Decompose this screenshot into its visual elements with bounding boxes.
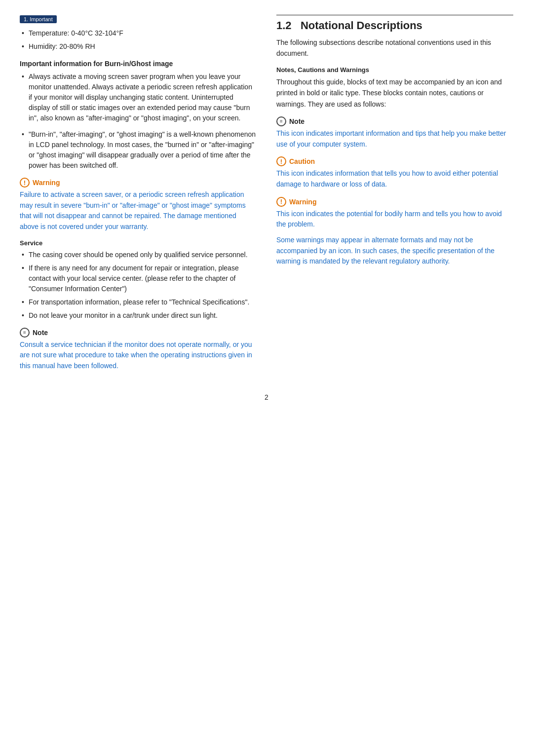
caution-box-right: ! Caution This icon indicates informatio… — [276, 156, 513, 189]
note-text-1: Consult a service technician if the moni… — [20, 340, 257, 372]
important-tag: 1. Important — [20, 15, 57, 23]
temperature-item: Temperature: 0-40°C 32-104°F — [20, 28, 257, 38]
burn-bullets: Always activate a moving screen saver pr… — [20, 72, 257, 171]
warning-box-right: ! Warning This icon indicates the potent… — [276, 197, 513, 267]
service-list: The casing cover should be opened only b… — [20, 250, 257, 321]
note-box-1: Note Consult a service technician if the… — [20, 328, 257, 372]
warning-text-1: Failure to activate a screen saver, or a… — [20, 189, 257, 232]
section-number: 1.2 — [276, 19, 292, 32]
section-divider — [276, 15, 513, 15]
notes-cautions-heading: Notes, Cautions and Warnings — [276, 66, 513, 74]
section-title: 1.2 Notational Descriptions — [276, 19, 513, 32]
service-heading: Service — [20, 239, 257, 247]
burn-bullet-1: Always activate a moving screen saver pr… — [20, 72, 257, 123]
section-title-text: Notational Descriptions — [301, 19, 422, 32]
note-icon-right — [276, 116, 286, 126]
page-number: 2 — [20, 393, 513, 401]
caution-icon-right: ! — [276, 156, 286, 166]
right-column: 1.2 Notational Descriptions The followin… — [276, 15, 513, 378]
left-column: 1. Important Temperature: 0-40°C 32-104°… — [20, 15, 257, 378]
note-label-1: Note — [33, 329, 48, 337]
caution-title-right: ! Caution — [276, 156, 513, 166]
note-icon-1 — [20, 328, 30, 338]
caution-text-right: This icon indicates information that tel… — [276, 168, 513, 189]
section-intro: The following subsections describe notat… — [276, 37, 513, 59]
service-item-3: For transportation information, please r… — [20, 297, 257, 307]
note-text-right: This icon indicates important informatio… — [276, 128, 513, 150]
warning-title-right: ! Warning — [276, 197, 513, 207]
warning-label-right: Warning — [289, 198, 316, 206]
note-box-right: Note This icon indicates important infor… — [276, 116, 513, 150]
burn-bullet-2: "Burn-in", "after-imaging", or "ghost im… — [20, 129, 257, 171]
warning-box-1: ! Warning Failure to activate a screen s… — [20, 178, 257, 232]
temp-humidity-list: Temperature: 0-40°C 32-104°F Humidity: 2… — [20, 28, 257, 52]
service-item-1: The casing cover should be opened only b… — [20, 250, 257, 260]
warning-text-right-2: Some warnings may appear in alternate fo… — [276, 235, 513, 267]
humidity-item: Humidity: 20-80% RH — [20, 41, 257, 52]
caution-label-right: Caution — [289, 157, 315, 165]
warning-icon-1: ! — [20, 178, 30, 188]
warning-label-1: Warning — [33, 179, 60, 187]
burn-heading: Important information for Burn-in/Ghost … — [20, 60, 257, 68]
note-title-1: Note — [20, 328, 257, 338]
warning-text-right-1: This icon indicates the potential for bo… — [276, 209, 513, 230]
note-title-right: Note — [276, 116, 513, 126]
notes-intro: Throughout this guide, blocks of text ma… — [276, 76, 513, 110]
service-item-2: If there is any need for any document fo… — [20, 263, 257, 294]
warning-title-1: ! Warning — [20, 178, 257, 188]
note-label-right: Note — [289, 117, 305, 125]
warning-icon-right: ! — [276, 197, 286, 207]
service-item-4: Do not leave your monitor in a car/trunk… — [20, 310, 257, 321]
